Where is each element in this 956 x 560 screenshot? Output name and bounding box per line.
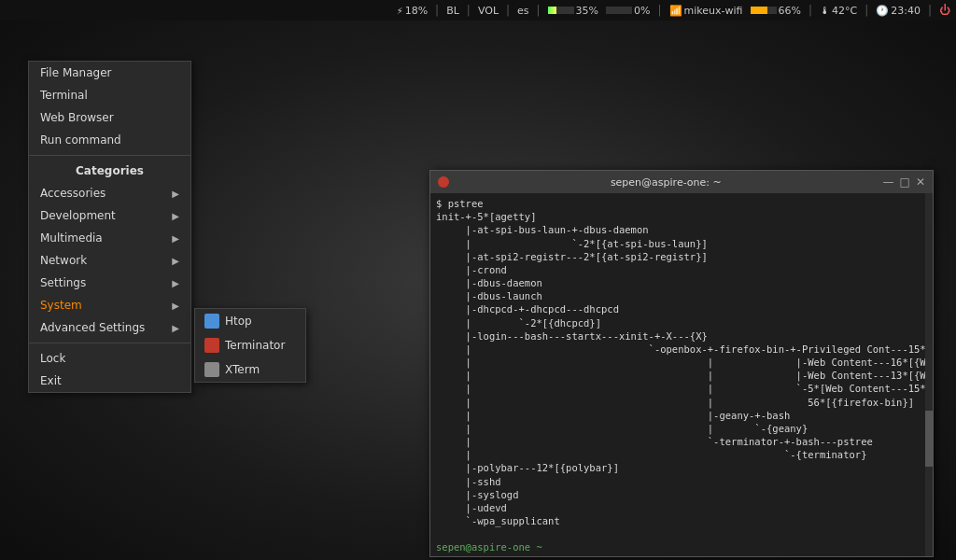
menu-item-terminal[interactable]: Terminal	[29, 84, 190, 106]
time-display: 🕐 23:40	[876, 5, 921, 17]
submenu-item-htop[interactable]: Htop	[195, 309, 305, 333]
bl-indicator: BL	[446, 5, 459, 17]
lang-label: es	[517, 5, 529, 17]
menu-sep-2	[29, 343, 190, 343]
terminal-output: $ pstree init-+-5*[agetty] |-at-spi-bus-…	[436, 197, 927, 556]
menu-item-development[interactable]: Development ▶	[29, 204, 190, 227]
menu-item-advanced-settings[interactable]: Advanced Settings ▶	[29, 316, 190, 339]
net-indicator: 0%	[606, 5, 650, 17]
system-submenu: Htop Terminator XTerm	[194, 308, 306, 383]
cpu-indicator: 35%	[548, 5, 598, 17]
arrow-system: ▶	[172, 301, 179, 311]
sep6: |	[808, 4, 812, 17]
terminal-minimize-btn[interactable]: —	[883, 175, 894, 189]
power-button[interactable]: ⏻	[939, 4, 950, 17]
terminal-close-btn[interactable]	[438, 176, 449, 188]
menu-item-network[interactable]: Network ▶	[29, 249, 190, 272]
menu-panel: File Manager Terminal Web Browser Run co…	[28, 61, 191, 393]
sep1: |	[435, 4, 439, 17]
battery-icon: ⚡	[397, 6, 403, 16]
battery-indicator: ⚡ 18%	[397, 5, 428, 17]
vol-indicator: VOL	[478, 5, 499, 17]
bl-label: BL	[446, 5, 459, 17]
terminal-scrollbar[interactable]	[925, 193, 933, 556]
sep7: |	[865, 4, 868, 17]
submenu-item-xterm[interactable]: XTerm	[195, 357, 305, 382]
temp-icon: 🌡	[820, 5, 830, 17]
menu-item-system[interactable]: System ▶	[29, 294, 190, 316]
battery-percent: 18%	[405, 5, 428, 17]
menu-sep-1	[29, 155, 190, 156]
lang-indicator: es	[517, 5, 529, 17]
categories-title: Categories	[29, 160, 190, 182]
terminator-icon	[204, 338, 219, 353]
terminal-titlebar: sepen@aspire-one: ~ — □ ✕	[430, 171, 933, 193]
wifi-bar-item: 66%	[751, 5, 801, 17]
arrow-accessories: ▶	[172, 189, 179, 199]
cpu-bar	[548, 7, 574, 14]
menu-item-run-command[interactable]: Run command	[29, 129, 190, 151]
terminal-body[interactable]: $ pstree init-+-5*[agetty] |-at-spi-bus-…	[430, 193, 933, 556]
net-bar	[606, 7, 632, 14]
time-value: 23:40	[891, 5, 921, 17]
clock-icon: 🕐	[876, 5, 889, 17]
sep3: |	[506, 4, 510, 17]
terminal-controls: — □ ✕	[883, 175, 925, 189]
temp-indicator: 🌡 42°C	[820, 5, 857, 17]
terminal-title: sepen@aspire-one: ~	[455, 176, 878, 189]
net-percent: 0%	[634, 5, 650, 17]
submenu-item-terminator[interactable]: Terminator	[195, 333, 305, 357]
xterm-icon	[204, 362, 219, 377]
menu-item-settings[interactable]: Settings ▶	[29, 272, 190, 294]
arrow-network: ▶	[172, 256, 179, 266]
terminal-maximize-btn[interactable]: □	[900, 175, 910, 189]
terminal-scrollbar-thumb[interactable]	[925, 411, 933, 467]
sep8: |	[928, 4, 932, 17]
terminal-close-x-btn[interactable]: ✕	[916, 175, 925, 189]
htop-icon	[204, 314, 219, 329]
vol-label: VOL	[478, 5, 499, 17]
menu-item-exit[interactable]: Exit	[29, 370, 190, 392]
arrow-settings: ▶	[172, 278, 179, 288]
wifi-bar	[751, 7, 777, 14]
menu-item-web-browser[interactable]: Web Browser	[29, 106, 190, 129]
terminal-window: sepen@aspire-one: ~ — □ ✕ $ pstree init-…	[429, 170, 934, 557]
topbar: ⚡ 18% | BL | VOL | es | 35% 0% | 📶 mikeu…	[0, 0, 956, 21]
menu-item-accessories[interactable]: Accessories ▶	[29, 182, 190, 204]
wifi-label: mikeux-wifi	[684, 5, 743, 17]
wifi-indicator: 📶 mikeux-wifi	[669, 5, 743, 17]
sep5: |	[658, 4, 662, 17]
sep2: |	[467, 4, 471, 17]
cpu-percent: 35%	[576, 5, 598, 17]
sep4: |	[537, 4, 541, 17]
menu-item-file-manager[interactable]: File Manager	[29, 62, 190, 84]
wifi-icon: 📶	[669, 5, 682, 17]
temp-value: 42°C	[832, 5, 857, 17]
menu-item-multimedia[interactable]: Multimedia ▶	[29, 227, 190, 249]
arrow-multimedia: ▶	[172, 233, 179, 244]
wifi-pct: 66%	[779, 5, 801, 17]
arrow-development: ▶	[172, 211, 179, 221]
menu-item-lock[interactable]: Lock	[29, 347, 190, 370]
arrow-advanced-settings: ▶	[172, 323, 179, 333]
